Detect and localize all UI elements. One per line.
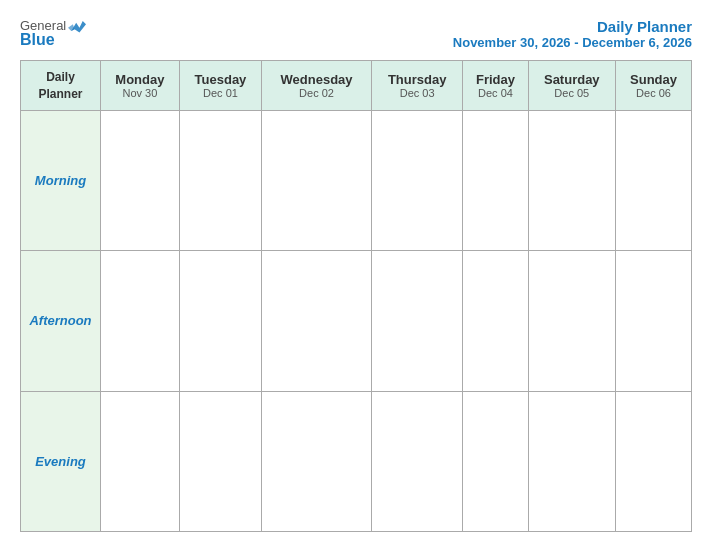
cell-morning-monday[interactable] xyxy=(101,111,180,251)
cell-morning-friday[interactable] xyxy=(463,111,528,251)
logo: General Blue xyxy=(20,18,86,49)
svg-marker-1 xyxy=(68,24,75,31)
cell-morning-saturday[interactable] xyxy=(528,111,616,251)
header-wednesday: Wednesday Dec 02 xyxy=(262,61,372,111)
cell-evening-sunday[interactable] xyxy=(616,391,692,531)
header-right: Daily Planner November 30, 2026 - Decemb… xyxy=(453,18,692,50)
cell-evening-wednesday[interactable] xyxy=(262,391,372,531)
row-morning: Morning xyxy=(21,111,692,251)
cell-morning-thursday[interactable] xyxy=(371,111,463,251)
cell-afternoon-monday[interactable] xyxy=(101,251,180,391)
cell-evening-thursday[interactable] xyxy=(371,391,463,531)
logo-blue-text: Blue xyxy=(20,31,55,49)
row-label-evening: Evening xyxy=(21,391,101,531)
date-range: November 30, 2026 - December 6, 2026 xyxy=(453,35,692,50)
cell-morning-wednesday[interactable] xyxy=(262,111,372,251)
header-thursday: Thursday Dec 03 xyxy=(371,61,463,111)
page-title: Daily Planner xyxy=(453,18,692,35)
header-sunday: Sunday Dec 06 xyxy=(616,61,692,111)
row-label-morning: Morning xyxy=(21,111,101,251)
cell-morning-tuesday[interactable] xyxy=(179,111,261,251)
header-tuesday: Tuesday Dec 01 xyxy=(179,61,261,111)
cell-afternoon-thursday[interactable] xyxy=(371,251,463,391)
cell-afternoon-friday[interactable] xyxy=(463,251,528,391)
logo-bird-icon xyxy=(68,19,86,33)
cell-morning-sunday[interactable] xyxy=(616,111,692,251)
planner-table: Daily Planner Monday Nov 30 Tuesday Dec … xyxy=(20,60,692,532)
header-saturday: Saturday Dec 05 xyxy=(528,61,616,111)
cell-afternoon-sunday[interactable] xyxy=(616,251,692,391)
row-label-afternoon: Afternoon xyxy=(21,251,101,391)
cell-evening-tuesday[interactable] xyxy=(179,391,261,531)
cell-evening-monday[interactable] xyxy=(101,391,180,531)
row-evening: Evening xyxy=(21,391,692,531)
cell-afternoon-wednesday[interactable] xyxy=(262,251,372,391)
cell-evening-friday[interactable] xyxy=(463,391,528,531)
header-friday: Friday Dec 04 xyxy=(463,61,528,111)
row-afternoon: Afternoon xyxy=(21,251,692,391)
cell-afternoon-tuesday[interactable] xyxy=(179,251,261,391)
table-header-row: Daily Planner Monday Nov 30 Tuesday Dec … xyxy=(21,61,692,111)
header-monday: Monday Nov 30 xyxy=(101,61,180,111)
cell-afternoon-saturday[interactable] xyxy=(528,251,616,391)
page-header: General Blue Daily Planner November 30, … xyxy=(20,18,692,50)
cell-evening-saturday[interactable] xyxy=(528,391,616,531)
header-daily-planner: Daily Planner xyxy=(21,61,101,111)
